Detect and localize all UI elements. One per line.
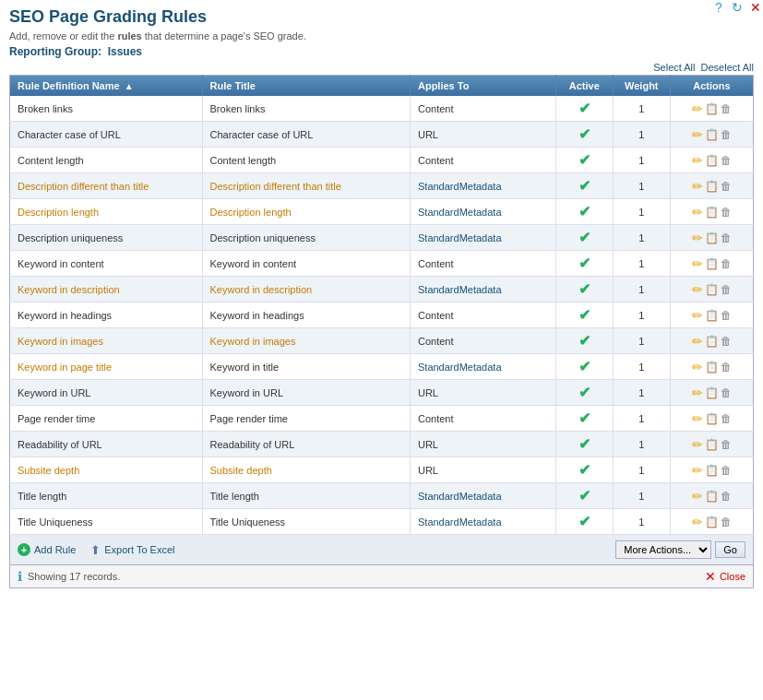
edit-icon[interactable]: ✏ bbox=[692, 256, 703, 271]
copy-icon[interactable]: 📋 bbox=[705, 154, 719, 167]
edit-icon[interactable]: ✏ bbox=[692, 101, 703, 116]
rule-name-link[interactable]: Keyword in page title bbox=[18, 362, 112, 373]
rule-name-link[interactable]: Description length bbox=[18, 207, 99, 218]
close-link[interactable]: ✕ Close bbox=[705, 569, 745, 584]
cell-active: ✔ bbox=[555, 96, 613, 122]
delete-icon[interactable]: 🗑 bbox=[721, 309, 732, 322]
cell-rule-name: Keyword in description bbox=[10, 277, 203, 303]
rule-title-link[interactable]: Description length bbox=[210, 207, 292, 218]
cell-rule-name: Title Uniqueness bbox=[10, 509, 203, 535]
cell-rule-title: Character case of URL bbox=[202, 122, 410, 148]
table-row: Content lengthContent lengthContent✔1✏📋🗑 bbox=[10, 148, 754, 173]
go-button[interactable]: Go bbox=[715, 541, 745, 558]
refresh-icon[interactable]: ↻ bbox=[730, 0, 745, 15]
delete-icon[interactable]: 🗑 bbox=[721, 490, 732, 503]
add-rule-link[interactable]: + Add Rule bbox=[18, 543, 76, 556]
edit-icon[interactable]: ✏ bbox=[692, 127, 703, 142]
delete-icon[interactable]: 🗑 bbox=[721, 412, 732, 425]
delete-icon[interactable]: 🗑 bbox=[721, 464, 732, 477]
edit-icon[interactable]: ✏ bbox=[692, 386, 703, 400]
edit-icon[interactable]: ✏ bbox=[692, 179, 703, 194]
delete-icon[interactable]: 🗑 bbox=[721, 180, 732, 193]
help-icon[interactable]: ? bbox=[711, 0, 726, 15]
copy-icon[interactable]: 📋 bbox=[705, 490, 719, 503]
delete-icon[interactable]: 🗑 bbox=[721, 283, 732, 296]
active-checkmark: ✔ bbox=[578, 152, 590, 168]
copy-icon[interactable]: 📋 bbox=[705, 516, 719, 528]
applies-to-link[interactable]: StandardMetadata bbox=[418, 284, 502, 295]
edit-icon[interactable]: ✏ bbox=[692, 515, 703, 529]
edit-icon[interactable]: ✏ bbox=[692, 308, 703, 323]
cell-applies-to: StandardMetadata bbox=[410, 225, 555, 251]
cell-rule-title: Keyword in title bbox=[202, 354, 410, 380]
copy-icon[interactable]: 📋 bbox=[705, 102, 719, 115]
page-title: SEO Page Grading Rules bbox=[9, 7, 754, 27]
copy-icon[interactable]: 📋 bbox=[705, 206, 719, 219]
cell-active: ✔ bbox=[555, 432, 613, 457]
applies-to-link[interactable]: StandardMetadata bbox=[418, 491, 502, 502]
rule-name-link[interactable]: Subsite depth bbox=[18, 465, 79, 476]
applies-to-link[interactable]: StandardMetadata bbox=[418, 232, 502, 243]
edit-icon[interactable]: ✏ bbox=[692, 360, 703, 374]
copy-icon[interactable]: 📋 bbox=[705, 257, 719, 270]
rule-title-link[interactable]: Subsite depth bbox=[210, 465, 272, 476]
applies-to-link[interactable]: StandardMetadata bbox=[418, 516, 502, 528]
delete-icon[interactable]: 🗑 bbox=[721, 154, 732, 167]
export-excel-link[interactable]: ⬆ Export To Excel bbox=[90, 543, 174, 557]
delete-icon[interactable]: 🗑 bbox=[721, 128, 732, 141]
delete-icon[interactable]: 🗑 bbox=[721, 231, 732, 244]
cell-active: ✔ bbox=[555, 148, 613, 173]
copy-icon[interactable]: 📋 bbox=[705, 386, 719, 399]
cell-rule-name: Broken links bbox=[10, 96, 203, 122]
copy-icon[interactable]: 📋 bbox=[705, 231, 719, 244]
edit-icon[interactable]: ✏ bbox=[692, 231, 703, 245]
cell-actions: ✏📋🗑 bbox=[670, 354, 753, 380]
delete-icon[interactable]: 🗑 bbox=[721, 257, 732, 270]
cell-rule-name: Subsite depth bbox=[10, 457, 203, 483]
rule-name-link[interactable]: Keyword in description bbox=[18, 284, 120, 295]
copy-icon[interactable]: 📋 bbox=[705, 335, 719, 348]
edit-icon[interactable]: ✏ bbox=[692, 437, 703, 452]
copy-icon[interactable]: 📋 bbox=[705, 128, 719, 141]
applies-to-link[interactable]: StandardMetadata bbox=[418, 207, 502, 218]
delete-icon[interactable]: 🗑 bbox=[721, 335, 732, 348]
close-window-icon[interactable]: ✕ bbox=[748, 0, 763, 15]
applies-to-link[interactable]: StandardMetadata bbox=[418, 181, 502, 192]
copy-icon[interactable]: 📋 bbox=[705, 438, 719, 451]
copy-icon[interactable]: 📋 bbox=[705, 361, 719, 374]
cell-weight: 1 bbox=[613, 303, 670, 328]
select-all-link[interactable]: Select All bbox=[653, 62, 695, 73]
rule-name-link[interactable]: Description different than title bbox=[18, 181, 149, 192]
copy-icon[interactable]: 📋 bbox=[705, 309, 719, 322]
copy-icon[interactable]: 📋 bbox=[705, 412, 719, 425]
rule-name-link[interactable]: Keyword in images bbox=[18, 336, 103, 347]
copy-icon[interactable]: 📋 bbox=[705, 180, 719, 193]
delete-icon[interactable]: 🗑 bbox=[721, 438, 732, 451]
rule-title-link[interactable]: Description different than title bbox=[210, 181, 341, 192]
delete-icon[interactable]: 🗑 bbox=[721, 516, 732, 528]
edit-icon[interactable]: ✏ bbox=[692, 153, 703, 168]
edit-icon[interactable]: ✏ bbox=[692, 334, 703, 349]
edit-icon[interactable]: ✏ bbox=[692, 411, 703, 426]
delete-icon[interactable]: 🗑 bbox=[721, 102, 732, 115]
applies-to-link[interactable]: StandardMetadata bbox=[418, 362, 502, 373]
cell-active: ✔ bbox=[555, 277, 613, 303]
delete-icon[interactable]: 🗑 bbox=[721, 206, 732, 219]
edit-icon[interactable]: ✏ bbox=[692, 463, 703, 478]
edit-icon[interactable]: ✏ bbox=[692, 205, 703, 219]
copy-icon[interactable]: 📋 bbox=[705, 464, 719, 477]
rule-title-link[interactable]: Keyword in images bbox=[210, 336, 296, 347]
delete-icon[interactable]: 🗑 bbox=[721, 361, 732, 374]
cell-weight: 1 bbox=[613, 483, 670, 509]
table-row: Page render timePage render timeContent✔… bbox=[10, 406, 754, 432]
cell-applies-to: URL bbox=[410, 432, 555, 457]
edit-icon[interactable]: ✏ bbox=[692, 489, 703, 504]
footer-left: + Add Rule ⬆ Export To Excel bbox=[18, 543, 175, 557]
deselect-all-link[interactable]: Deselect All bbox=[701, 62, 754, 73]
more-actions-select[interactable]: More Actions... bbox=[615, 540, 711, 559]
copy-icon[interactable]: 📋 bbox=[705, 283, 719, 296]
delete-icon[interactable]: 🗑 bbox=[721, 386, 732, 399]
rule-title-link[interactable]: Keyword in description bbox=[210, 284, 313, 295]
cell-actions: ✏📋🗑 bbox=[670, 406, 753, 432]
edit-icon[interactable]: ✏ bbox=[692, 282, 703, 297]
